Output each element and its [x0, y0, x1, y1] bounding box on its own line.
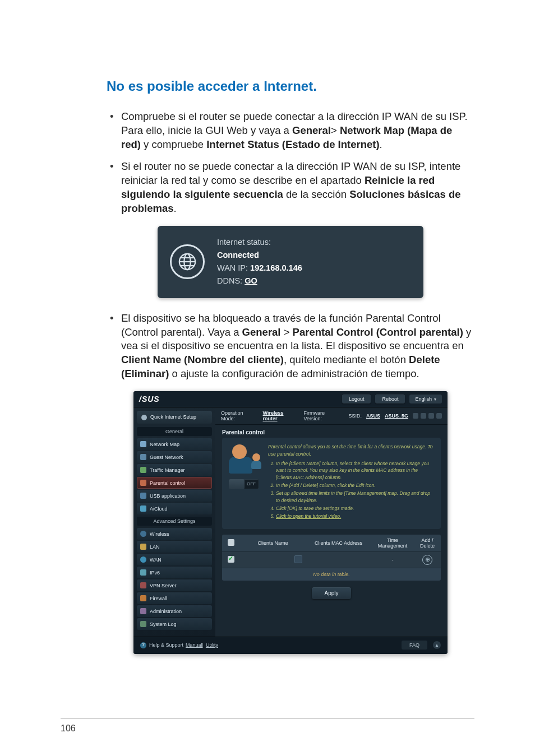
parent-child-icon: [229, 443, 260, 475]
router-admin-screenshot: /SUS Logout Reboot English Quick Interne…: [133, 391, 448, 654]
status-value: Connected: [217, 249, 302, 262]
col-clients-name: Clients Name: [240, 537, 306, 549]
text: o ajuste la configuración de administrac…: [169, 368, 419, 379]
manual-link[interactable]: Manual: [186, 642, 202, 648]
status-icon: [421, 413, 426, 419]
bullet-1: Compruebe si el router se puede conectar…: [107, 110, 474, 152]
text-bold: Parental Control (Control parental): [293, 326, 463, 338]
step-1: In the [Clients Name] column, select the…: [276, 460, 434, 481]
sidebar-item-aicloud[interactable]: AiCloud: [137, 503, 212, 514]
header-checkbox-icon: [228, 539, 234, 546]
table-row-empty: No data in table.: [222, 568, 441, 581]
opmode-link[interactable]: Wireless router: [263, 410, 299, 421]
help-icon: [140, 642, 146, 648]
internet-status-panel: Internet status: Connected WAN IP: 192.1…: [158, 226, 423, 298]
text-bold: Internet Status (Estado de Internet): [206, 138, 379, 150]
ddns-link[interactable]: GO: [245, 276, 257, 285]
text: y compruebe: [141, 138, 206, 150]
status-lines: Internet status: Connected WAN IP: 192.1…: [217, 236, 302, 288]
language-select[interactable]: English: [409, 395, 442, 403]
col-time-management: Time Management: [371, 535, 414, 551]
ddns-line: DDNS: GO: [217, 275, 302, 287]
bullet-list-1: Compruebe si el router se puede conectar…: [107, 110, 474, 216]
step-2: In the [Add / Delete] column, click the …: [276, 482, 434, 489]
ipv6-icon: [140, 569, 146, 576]
text: >: [331, 124, 340, 136]
client-name-select[interactable]: [294, 555, 302, 563]
bullet-2: Si el router no se puede conectar a la d…: [107, 160, 474, 216]
sidebar-item-system-log[interactable]: System Log: [137, 618, 212, 630]
operation-bar: Operation Mode: Wireless router Firmware…: [215, 407, 448, 425]
brand-logo: /SUS: [139, 395, 160, 403]
faq-button[interactable]: FAQ: [402, 641, 427, 650]
sidebar-item-ipv6[interactable]: IPv6: [137, 567, 212, 578]
col-mac-address: Clients MAC Address: [306, 537, 371, 549]
parental-toggle[interactable]: OFF: [229, 479, 259, 489]
network-map-icon: [140, 441, 146, 447]
reboot-button[interactable]: Reboot: [375, 395, 405, 403]
sidebar-item-traffic-manager[interactable]: Traffic Manager: [137, 464, 212, 476]
step-3: Set up allowed time limits in the [Time …: [276, 490, 434, 504]
sidebar: Quick Internet Setup General Network Map…: [133, 407, 215, 637]
bullet-3: El dispositivo se ha bloqueado a través …: [107, 312, 474, 382]
text: , quítelo mediante el botón: [284, 354, 409, 365]
page-number: 106: [61, 718, 474, 734]
fw-label: Firmware Version:: [303, 410, 344, 421]
sidebar-item-administration[interactable]: Administration: [137, 605, 212, 617]
status-label: Internet status:: [217, 236, 302, 249]
status-icon: [436, 413, 442, 419]
text-bold: General: [292, 124, 331, 136]
text: >: [281, 326, 293, 338]
sidebar-item-guest-network[interactable]: Guest Network: [137, 451, 212, 463]
sidebar-item-wan[interactable]: WAN: [137, 554, 212, 565]
step-4: Click [OK] to save the settings made.: [276, 505, 434, 512]
utility-link[interactable]: Utility: [206, 642, 218, 648]
row-checkbox[interactable]: [228, 556, 234, 563]
wireless-icon: [140, 531, 146, 537]
ssid-2-link[interactable]: ASUS_5G: [385, 413, 408, 419]
text: .: [174, 202, 177, 214]
add-button[interactable]: ⊕: [422, 555, 432, 565]
aicloud-icon: [140, 505, 146, 512]
parental-control-icon: [140, 480, 146, 486]
apply-button[interactable]: Apply: [312, 587, 350, 599]
firewall-icon: [140, 595, 146, 601]
separator: |: [202, 642, 204, 648]
text: .: [380, 138, 382, 150]
traffic-manager-icon: [140, 467, 146, 473]
tutorial-link[interactable]: Click to open the tutorial video.: [276, 513, 341, 519]
lan-icon: [140, 544, 146, 550]
time-cell: -: [371, 554, 414, 565]
topbar-status-icons: [413, 413, 442, 419]
parental-description-panel: OFF Parental control allows you to set t…: [222, 438, 441, 528]
sidebar-item-qis[interactable]: Quick Internet Setup: [137, 411, 212, 424]
sidebar-header-advanced: Advanced Settings: [137, 517, 212, 526]
ssid-label: SSID:: [348, 413, 362, 419]
globe-icon: [170, 244, 205, 279]
sidebar-item-wireless[interactable]: Wireless: [137, 528, 212, 540]
logout-button[interactable]: Logout: [342, 395, 371, 403]
guest-network-icon: [140, 454, 146, 460]
bullet-list-2: El dispositivo se ha bloqueado a través …: [107, 312, 474, 382]
sidebar-item-firewall[interactable]: Firewall: [137, 592, 212, 604]
section-heading: No es posible acceder a Internet.: [107, 78, 474, 94]
text-bold: General: [242, 326, 281, 338]
no-data-text: No data in table.: [222, 568, 441, 581]
scroll-top-button[interactable]: ▲: [433, 641, 441, 649]
ssid-1-link[interactable]: ASUS: [366, 413, 380, 419]
intro-text: Parental control allows you to set the t…: [268, 443, 434, 457]
status-icon: [413, 413, 418, 419]
sidebar-item-usb-application[interactable]: USB application: [137, 490, 212, 502]
sidebar-item-vpn-server[interactable]: VPN Server: [137, 579, 212, 591]
router-footer: Help & Support Manual | Utility FAQ ▲: [133, 637, 448, 654]
status-icon: [428, 413, 434, 419]
wan-ip-line: WAN IP: 192.168.0.146: [217, 262, 302, 275]
administration-icon: [140, 608, 146, 614]
sidebar-item-network-map[interactable]: Network Map: [137, 438, 212, 450]
sidebar-item-parental-control[interactable]: Parental control: [137, 477, 212, 489]
sidebar-item-lan[interactable]: LAN: [137, 541, 212, 553]
col-add-delete: Add / Delete: [414, 535, 441, 551]
system-log-icon: [140, 621, 146, 627]
parental-help-text: Parental control allows you to set the t…: [268, 443, 434, 521]
router-topbar: /SUS Logout Reboot English: [133, 391, 448, 407]
